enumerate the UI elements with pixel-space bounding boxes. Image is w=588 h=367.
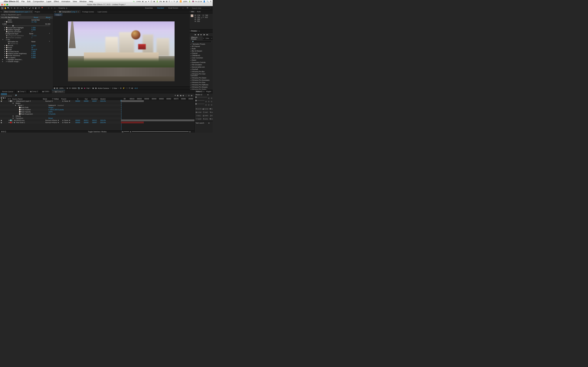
property-row[interactable]: ▶⌚rounded facets1.000 bbox=[0, 50, 53, 52]
motion-jump-button[interactable]: ⤴JUMP bbox=[203, 111, 208, 113]
motion-excite-button[interactable]: ✦EXCITE bbox=[196, 108, 202, 110]
motion-clone-button[interactable]: ⧉CLONE bbox=[196, 111, 202, 113]
snap-icon[interactable]: ⧈ bbox=[65, 7, 68, 9]
effect-category[interactable]: Color Correction bbox=[190, 57, 213, 59]
roi-icon[interactable]: ▣ bbox=[92, 87, 94, 89]
reset-link[interactable]: Reset bbox=[34, 17, 38, 18]
status-icon[interactable]: ◉ bbox=[163, 0, 164, 2]
menu-view[interactable]: View bbox=[73, 0, 77, 3]
property-row[interactable]: ▶⌚smooth0.000 bbox=[0, 44, 53, 47]
motion-name-button[interactable]: ✎NAME bbox=[209, 111, 213, 113]
rotate-tool[interactable]: ↻ bbox=[10, 7, 13, 9]
layer-row[interactable]: ⌚Mask PathShape... bbox=[0, 106, 121, 108]
property-row[interactable]: ▼-> Iris.. bbox=[0, 39, 53, 41]
timeline-tab[interactable]: × ▣ Comp 3 bbox=[52, 90, 65, 93]
twirl-icon[interactable]: ▼ bbox=[1, 17, 3, 18]
tl-icon[interactable]: ⟲ bbox=[174, 94, 176, 97]
first-frame-button[interactable]: |◀ bbox=[194, 34, 196, 36]
info-tab[interactable]: Info bbox=[190, 11, 195, 13]
puppet-tool[interactable]: 📍 bbox=[41, 7, 43, 9]
close-button[interactable] bbox=[1, 4, 3, 6]
tl-icon[interactable]: ◧ bbox=[177, 94, 179, 97]
menu-icon[interactable]: ☰ bbox=[210, 0, 211, 2]
camera-tool[interactable]: ⊕ bbox=[13, 7, 16, 9]
effect-category[interactable]: * Animation Presets bbox=[190, 43, 213, 45]
axis-tool3[interactable]: ⊹ bbox=[53, 7, 56, 9]
roto-tool[interactable]: ⟳ bbox=[38, 7, 40, 9]
effect-category[interactable]: Channel bbox=[190, 52, 213, 54]
effect-category[interactable]: francois-tarlier.com bbox=[190, 66, 213, 68]
menu-layer[interactable]: Layer bbox=[46, 0, 52, 3]
flag-icon[interactable]: 🇬🇧 bbox=[192, 0, 194, 2]
property-row[interactable]: ⌚background distortion10.000 bbox=[0, 34, 53, 37]
grid-icon[interactable]: ⊞ bbox=[67, 87, 68, 89]
motion-orbit-button[interactable]: ◎ORBIT bbox=[203, 114, 208, 117]
layer-row[interactable]: ◉ ▼1□Adjustment Layer 2Normal ▼⊚None ▼00… bbox=[0, 100, 121, 102]
task-launch-dropdown[interactable]: Task Launch bbox=[196, 122, 204, 124]
workspace-standard[interactable]: Standard bbox=[156, 7, 165, 9]
brush-tool[interactable]: 🖌 bbox=[28, 7, 31, 9]
minimize-button[interactable] bbox=[4, 4, 6, 6]
preview-tab[interactable]: Preview bbox=[190, 30, 198, 32]
transparency-icon[interactable]: ▦ bbox=[95, 87, 97, 89]
selection-tool[interactable]: ⬉ bbox=[1, 7, 4, 9]
maximize-button[interactable] bbox=[6, 4, 8, 6]
clone-tool[interactable]: ⧉ bbox=[32, 7, 34, 9]
axis-tool2[interactable]: ⊹ bbox=[50, 7, 53, 9]
overflow-icon[interactable]: » bbox=[211, 37, 213, 39]
layer-row[interactable]: ⌚Mask Expansion0.0 pixels bbox=[0, 113, 121, 115]
effect-category[interactable]: FxFactory Pro Glow bbox=[190, 81, 213, 84]
clock[interactable]: Fri 22:34 bbox=[195, 1, 202, 2]
layer-row[interactable]: ◉ ▼3■Red Solid 2Normal ▼None ▼⊚None ▼000… bbox=[0, 121, 121, 124]
effect-category[interactable]: FxFactory Pro Generators bbox=[190, 79, 213, 81]
motion-spin-button[interactable]: ↻SPIN bbox=[203, 118, 208, 120]
motion-burst-button[interactable]: ✸BURST bbox=[209, 108, 213, 110]
axis-tool[interactable]: ⊹ bbox=[47, 7, 50, 9]
layer-row[interactable]: ◉ ▼2▧00018.movNormal ▼None ▼⊚None ▼00000… bbox=[0, 119, 121, 121]
status-icon[interactable]: ◐ bbox=[142, 0, 144, 2]
property-row[interactable]: alternative irisNone bbox=[0, 41, 53, 42]
timeline-tab[interactable]: ▣ Comp 2 bbox=[28, 90, 40, 93]
effect-controls-tab[interactable]: Effect Controls Adjustment Layer 2 ≡ bbox=[3, 10, 33, 13]
volume-icon[interactable]: 🔊 bbox=[176, 0, 178, 2]
render-icon[interactable]: ☷ bbox=[129, 87, 130, 89]
effect-category[interactable]: Frischluft bbox=[190, 68, 213, 70]
3d-icon[interactable]: ⬚ bbox=[126, 87, 128, 89]
tl-status-icons[interactable]: ⊞ ⊟ {} bbox=[1, 131, 6, 133]
motion-blend-button[interactable]: ◐BLEND bbox=[203, 108, 208, 110]
workspace-smallscreen[interactable]: Small Screen bbox=[167, 7, 179, 9]
effects-search-input[interactable] bbox=[191, 40, 212, 43]
property-row[interactable]: ▶⌚angle0x+0.0° bbox=[0, 49, 53, 50]
fx-badge[interactable]: fx bbox=[3, 17, 5, 18]
status-icon[interactable]: ☷ bbox=[169, 0, 170, 2]
search-help-input[interactable] bbox=[191, 7, 211, 9]
layer-row[interactable]: ▼Effects bbox=[0, 115, 121, 117]
tl-icon[interactable]: ▦ bbox=[180, 94, 182, 97]
tl-icon[interactable]: ▤ bbox=[191, 94, 192, 97]
mask-icon[interactable]: ◧ bbox=[57, 87, 58, 89]
effect-category[interactable]: Film Emulation bbox=[190, 64, 213, 66]
effect-category[interactable]: Distort bbox=[190, 59, 213, 61]
layer-row[interactable]: ⌚Mask Opacity100% bbox=[0, 111, 121, 113]
wifi-icon[interactable]: 📶 bbox=[180, 0, 182, 2]
rect-tool[interactable]: ▭ bbox=[19, 7, 22, 9]
composition-viewer[interactable] bbox=[53, 16, 190, 86]
menu-effect[interactable]: Effect bbox=[54, 0, 59, 3]
next-frame-button[interactable]: |▶ bbox=[203, 34, 205, 36]
about-link[interactable]: About... bbox=[46, 17, 52, 18]
effect-category[interactable]: FxFactory Pro Color Correction bbox=[190, 73, 213, 77]
menu-file[interactable]: File bbox=[21, 0, 25, 3]
pen-tool[interactable]: ✎ bbox=[22, 7, 25, 9]
property-row[interactable]: ▶⌚relative border brightness0.000 bbox=[0, 52, 53, 54]
workspace-essentials[interactable]: Essentials bbox=[144, 7, 154, 9]
status-icon[interactable]: ✦ bbox=[148, 0, 149, 2]
fast-icon[interactable]: ⚡ bbox=[123, 87, 125, 89]
eraser-tool[interactable]: ◧ bbox=[35, 7, 37, 9]
motion-null-button[interactable]: ○NULL bbox=[196, 114, 202, 117]
snapping-label[interactable]: Snapping bbox=[59, 7, 65, 9]
property-row[interactable]: ⌚gamma correction✓ bbox=[0, 31, 53, 33]
exposure-icon[interactable]: ◐ bbox=[131, 87, 133, 89]
status-icon[interactable]: ⓘ bbox=[150, 0, 152, 3]
status-icon[interactable]: ◉ bbox=[153, 0, 155, 2]
color-icon[interactable]: ◉ bbox=[84, 87, 86, 89]
